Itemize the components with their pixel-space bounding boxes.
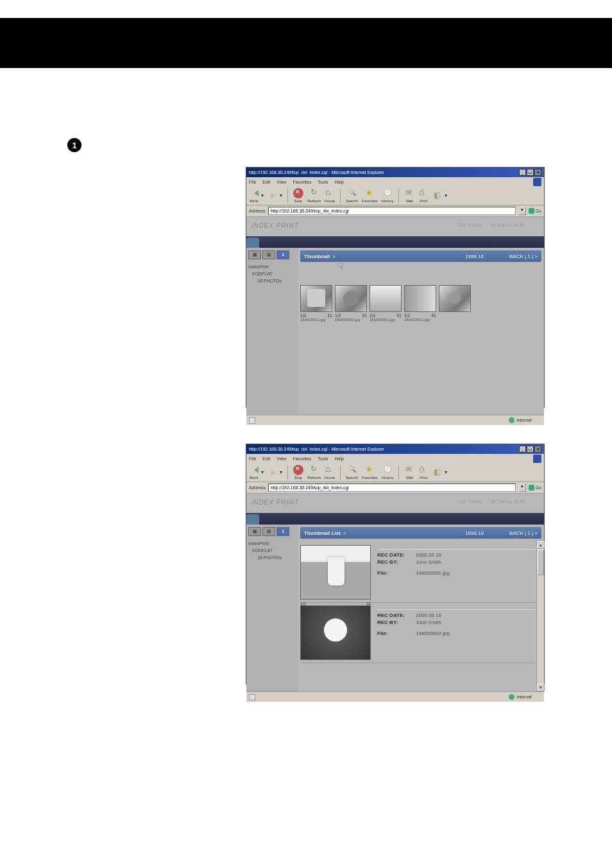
view-info-button[interactable]: ℹ [276,527,289,536]
list-item-meta: REC DATE:2000.06.18 REC BY:John Smith Fi… [377,605,535,660]
list-header-nav-icon[interactable]: > [343,531,346,535]
stop-button[interactable]: Stop [293,465,303,480]
menu-help[interactable]: Help [335,180,344,184]
resize-grip-icon[interactable] [534,693,541,701]
vertical-scrollbar[interactable]: ▴ ▾ [536,541,544,691]
menu-tools[interactable]: Tools [318,456,328,461]
thumb-filename: 18a000001.jpg [404,318,436,322]
link-top-page[interactable]: TOP PAGE [457,222,482,228]
thumbnail-item[interactable] [439,285,471,322]
go-button[interactable]: Go [529,208,541,214]
menu-file[interactable]: File [249,456,256,461]
tree-root[interactable]: IndexPrint [248,265,269,269]
view-info-button[interactable]: ℹ [276,250,289,259]
go-button[interactable]: Go [529,485,541,490]
tab-2[interactable] [259,238,272,248]
list-header-nav-icon[interactable]: > [332,254,335,259]
print-button[interactable]: Print [418,465,429,480]
menu-edit[interactable]: Edit [262,180,270,184]
back-button[interactable]: Back [249,188,259,203]
view-thumb-button[interactable]: ▦ [248,527,261,536]
address-dropdown-icon[interactable]: ▾ [518,207,526,215]
address-input[interactable]: http://192.168.30.249/top_dvi_index.cgi [268,207,516,215]
search-button[interactable]: Search [346,188,358,203]
search-button[interactable]: Search [346,465,358,480]
history-button[interactable]: History [382,465,394,480]
mail-button[interactable]: Mail [404,188,414,203]
thumb-seq: 1/1 [370,313,376,318]
menu-file[interactable]: File [249,180,256,184]
back-dropdown-icon[interactable]: ▾ [261,469,264,475]
menu-favorites[interactable]: Favorites [293,180,311,184]
menu-tools[interactable]: Tools [318,180,328,184]
tab-1[interactable] [246,238,259,248]
menu-help[interactable]: Help [335,456,344,461]
list-header-pagenav[interactable]: BACK | 1 | > [509,530,538,536]
tree-node-1[interactable]: KODFLAT [248,270,296,277]
favorites-icon [364,465,375,475]
status-right: Internet [509,417,541,424]
favorites-button[interactable]: Favorites [362,465,378,480]
link-book-album[interactable]: BOOK ALBUM [491,222,525,228]
favorites-button[interactable]: Favorites [362,188,378,203]
list-item[interactable]: REC DATE:2000.06.18 REC BY:John Smith Fi… [300,603,535,663]
close-button[interactable]: ✕ [534,169,541,176]
maximize-button[interactable]: ▭ [527,446,534,453]
maximize-button[interactable]: ▭ [527,169,534,176]
toolbar-button[interactable] [432,467,443,478]
refresh-button[interactable]: Refresh [307,465,321,480]
thumbnail-item[interactable]: 1/121 18a000001.jpg [335,285,367,322]
link-top-page[interactable]: TOP PAGE [457,499,482,505]
refresh-button[interactable]: Refresh [307,188,321,203]
tab-2[interactable] [259,514,272,525]
resize-grip-icon[interactable] [534,417,541,424]
window-title: http://192.168.30.249/top_dvi_index.cgi … [249,447,384,451]
tab-1[interactable] [246,514,259,525]
forward-dropdown-icon[interactable]: ▾ [280,193,282,198]
recdate-label: REC DATE: [377,552,416,558]
scroll-thumb[interactable] [538,550,544,575]
forward-button[interactable] [268,467,278,478]
stop-button[interactable]: Stop [293,188,303,203]
toolbar-button[interactable] [432,191,443,201]
home-button[interactable]: Home [325,465,335,480]
close-button[interactable]: ✕ [534,446,541,453]
tree-leaf-1[interactable]: 18 PHOTOs [248,554,296,561]
forward-icon [268,191,278,201]
menu-view[interactable]: View [276,456,286,461]
tree-node-1[interactable]: KODFLAT [248,547,296,554]
thumbnail-item[interactable]: 1/141 18a000001.jpg [404,285,436,322]
toolbar: Back ▾ ▾ Stop Refresh Home Search Favori… [246,186,544,205]
back-button[interactable]: Back [249,465,259,480]
home-button[interactable]: Home [325,188,335,203]
scroll-down-icon[interactable]: ▾ [537,684,545,691]
forward-dropdown-icon[interactable]: ▾ [280,469,282,475]
back-dropdown-icon[interactable]: ▾ [261,193,264,198]
minimize-button[interactable]: _ [519,169,526,176]
menu-edit[interactable]: Edit [262,456,270,461]
toolbar-dropdown-icon[interactable]: ▾ [445,469,447,475]
history-button[interactable]: History [382,188,394,203]
view-thumb-button[interactable]: ▦ [248,250,261,259]
thumbnail-item[interactable]: 1/131 18a000001.jpg [370,285,402,322]
status-left [249,694,257,700]
view-list-button[interactable]: ▤ [262,250,275,259]
menu-view[interactable]: View [276,180,286,184]
menu-favorites[interactable]: Favorites [293,456,311,461]
mail-button[interactable]: Mail [404,465,414,480]
minimize-button[interactable]: _ [519,446,526,453]
link-book-album[interactable]: BOOK ALBUM [491,499,525,505]
scroll-up-icon[interactable]: ▴ [537,541,545,549]
list-item[interactable]: 1/1 14 REC DATE:2000.06.18 REC BY:John S… [300,542,535,603]
forward-button[interactable] [268,191,278,201]
address-input[interactable]: http://192.168.30.249/top_dvi_index.cgi [268,483,516,492]
address-dropdown-icon[interactable]: ▾ [518,483,526,492]
tree-root[interactable]: IndexPrint [248,541,269,546]
print-button[interactable]: Print [418,188,429,203]
toolbar-dropdown-icon[interactable]: ▾ [445,193,447,198]
list-header-pagenav[interactable]: BACK | 1 | > [509,254,538,259]
thumbnail-item[interactable]: 1/111 18a000011.jpg [300,285,332,322]
tree-leaf-1[interactable]: 18 PHOTOs [248,277,296,284]
view-list-button[interactable]: ▤ [262,527,275,536]
thumb-filename: 18a000001.jpg [370,318,402,322]
